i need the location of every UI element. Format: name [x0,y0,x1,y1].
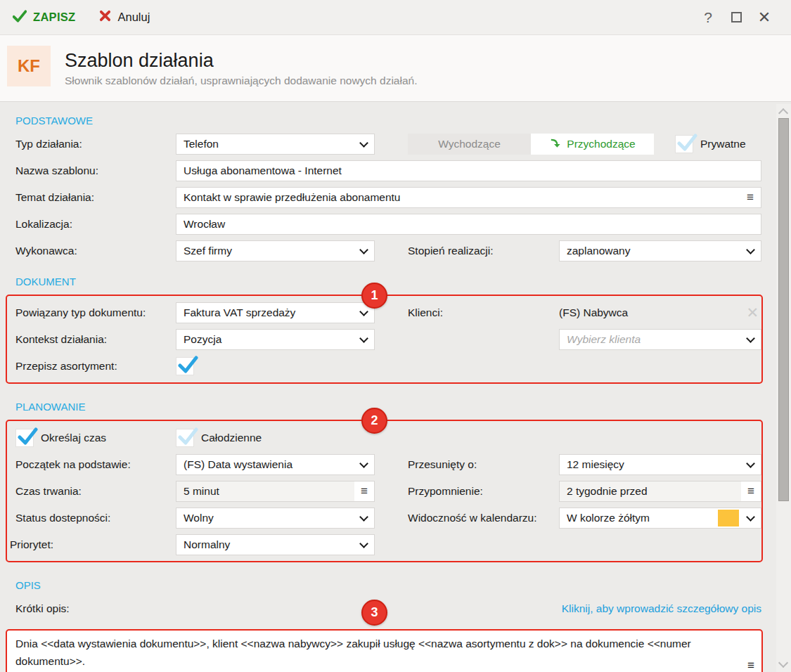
powiazany-typ-select[interactable]: Faktura VAT sprzedaży [176,302,375,323]
chevron-down-icon [359,539,368,548]
nazwa-szablonu-value: Usługa abonamentowa - Internet [184,164,342,177]
temat-dzialania-value: Kontakt w sprawie przedłużenia abonament… [184,191,400,204]
krotki-opis-label: Krótki opis: [15,602,70,615]
temat-dzialania-label: Temat działania: [15,191,176,204]
chevron-down-icon [359,512,368,522]
priorytet-value: Normalny [184,538,230,551]
page-subtitle: Słownik szablonów działań, usprawniający… [65,75,417,87]
scroll-down-icon[interactable] [778,658,788,668]
stopien-realizacji-label: Stopień realizacji: [408,245,559,257]
calodzienne-checkbox[interactable] [176,429,194,447]
section-title-dokument: DOKUMENT [15,276,791,287]
help-button[interactable]: ? [694,6,722,30]
direction-outgoing-button[interactable]: Wychodzące [408,134,531,155]
section-title-podstawowe: PODSTAWOWE [15,115,791,127]
wykonawca-label: Wykonawca: [15,245,176,257]
page-title: Szablon działania [65,50,417,72]
chevron-down-icon [746,512,755,522]
wykonawca-value: Szef firmy [184,245,232,257]
przesuniety-select[interactable]: 12 miesięcy [559,454,761,475]
direction-incoming-button[interactable]: Przychodzące [531,134,654,155]
wybierz-klienta-select[interactable]: Wybierz klienta [559,329,761,350]
typ-dzialania-label: Typ działania: [15,138,176,150]
check-icon [177,355,198,375]
vertical-scrollbar[interactable] [776,104,791,672]
check-icon [17,427,38,446]
chevron-down-icon [746,245,755,254]
typ-dzialania-select[interactable]: Telefon [176,134,375,155]
clear-icon[interactable]: ✕ [746,304,759,321]
module-badge: KF [7,46,51,86]
chevron-down-icon [359,245,368,254]
close-button[interactable]: ✕ [750,6,778,30]
wykonawca-select[interactable]: Szef firmy [176,240,375,261]
menu-icon[interactable]: ≡ [354,482,374,501]
poczatek-label: Początek na podstawie: [15,458,176,471]
powiazany-typ-label: Powiązany typ dokumentu: [15,306,176,319]
klienci-value: (FS) Nabywca [559,306,628,319]
przesuniety-value: 12 miesięcy [567,458,624,471]
menu-icon[interactable]: ≡ [741,482,761,501]
temat-dzialania-input[interactable]: Kontakt w sprawie przedłużenia abonament… [176,187,761,208]
form-body: PODSTAWOWE Typ działania: Telefon Wychod… [0,102,791,671]
kontekst-select[interactable]: Pozycja [176,329,375,350]
window-toolbar: ZAPISZ Anuluj ? ✕ [0,0,791,35]
priorytet-label: Priorytet: [10,538,176,551]
czas-trwania-label: Czas trwania: [15,485,176,498]
widocznosc-label: Widoczność w kalendarzu: [408,512,559,524]
prywatne-checkbox[interactable] [675,135,693,153]
prywatne-label: Prywatne [700,138,746,150]
save-label: ZAPISZ [33,11,75,24]
check-light-icon [177,427,198,446]
czas-trwania-input[interactable]: 5 minut ≡ [176,481,375,502]
lokalizacja-value: Wrocław [184,218,225,231]
chevron-down-icon [746,459,755,468]
menu-icon[interactable]: ≡ [747,190,754,205]
nazwa-szablonu-label: Nazwa szablonu: [15,164,176,177]
nazwa-szablonu-input[interactable]: Usługa abonamentowa - Internet [176,160,761,181]
klienci-value-row: (FS) Nabywca ✕ [559,302,761,323]
stopien-realizacji-select[interactable]: zaplanowany [559,240,761,261]
krotki-opis-textarea[interactable]: Dnia <<data wystawienia dokumentu>>, kli… [7,631,761,672]
przepisz-asortyment-label: Przepisz asortyment: [15,360,176,373]
scroll-up-icon[interactable] [778,108,788,118]
przypomnienie-label: Przypomnienie: [408,485,559,498]
powiazany-typ-value: Faktura VAT sprzedaży [184,306,295,319]
annotation-badge-1: 1 [361,283,387,309]
menu-icon[interactable]: ≡ [747,659,754,672]
kontekst-label: Kontekst działania: [15,333,176,346]
direction-segment: Wychodzące Przychodzące [408,134,654,155]
section-title-opis: OPIS [15,579,791,591]
annotation-box-opis: 3 Dnia <<data wystawienia dokumentu>>, k… [6,629,763,672]
save-button[interactable]: ZAPISZ [13,10,75,25]
przypomnienie-input[interactable]: 2 tygodnie przed ≡ [559,481,761,502]
poczatek-select[interactable]: (FS) Data wystawienia [176,454,375,475]
lokalizacja-input[interactable]: Wrocław [176,214,761,235]
color-swatch-yellow [718,510,739,526]
incoming-label: Przychodzące [567,138,635,150]
widocznosc-select[interactable]: W kolorze żółtym [559,508,761,529]
okreslaj-czas-checkbox[interactable] [15,429,34,447]
annotation-box-planowanie: 2 Określaj czas Całodzienne Początek na … [6,420,763,562]
cancel-label: Anuluj [117,11,150,24]
chevron-down-icon [359,334,368,343]
status-dostepnosci-label: Status dostepności: [15,512,176,524]
maximize-button[interactable] [722,6,750,30]
chevron-down-icon [359,307,368,316]
cancel-button[interactable]: Anuluj [99,10,150,25]
status-dostepnosci-select[interactable]: Wolny [176,508,375,529]
typ-dzialania-value: Telefon [184,138,219,150]
scrollbar-thumb[interactable] [778,118,789,501]
klienci-label: Klienci: [408,306,559,319]
annotation-badge-3: 3 [361,600,387,626]
przepisz-asortyment-checkbox[interactable] [176,357,194,375]
chevron-down-icon [359,459,368,468]
przypomnienie-value: 2 tygodnie przed [567,485,648,498]
stopien-realizacji-value: zaplanowany [567,245,630,257]
priorytet-select[interactable]: Normalny [176,534,375,555]
annotation-badge-2: 2 [361,408,387,434]
section-title-planowanie: PLANOWANIE [15,401,791,413]
chevron-down-icon [746,334,755,343]
szczegolowy-opis-link[interactable]: Kliknij, aby wprowadzić szczegółowy opis [562,602,761,615]
maximize-icon [731,12,742,22]
